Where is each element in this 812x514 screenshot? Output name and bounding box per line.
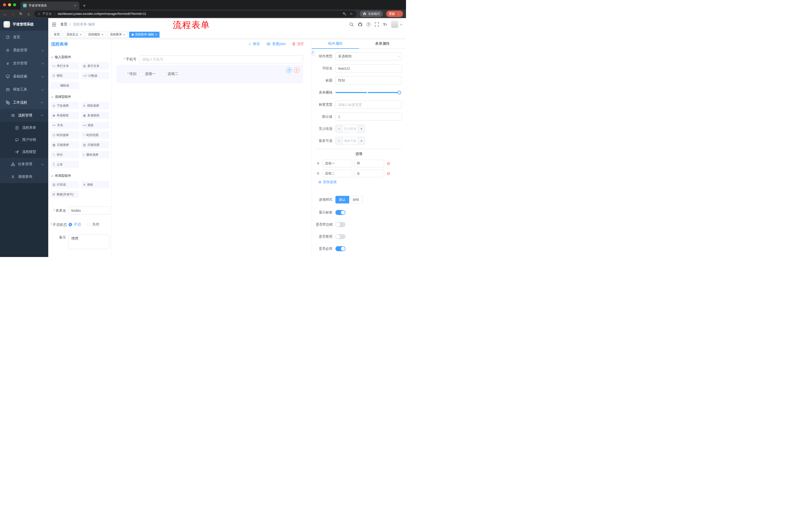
slider-track[interactable] bbox=[336, 92, 402, 93]
sidebar-logo[interactable]: 芋道管理系统 bbox=[0, 18, 48, 31]
form-name-input[interactable] bbox=[68, 207, 109, 215]
github-icon[interactable] bbox=[358, 22, 362, 27]
component-password[interactable]: ⊡ 密码 bbox=[51, 72, 79, 79]
status-radio-on[interactable]: 开启 bbox=[68, 222, 81, 227]
form-canvas[interactable]: 手机号 性别 bbox=[112, 49, 312, 257]
form-remark-textarea[interactable]: 嘿嘿 bbox=[68, 235, 109, 249]
gender-option-1-checkbox[interactable]: 选项一 bbox=[140, 72, 155, 76]
url-text[interactable]: dashboard.yudao.iocoder.cn/bpm/manager/f… bbox=[58, 12, 146, 16]
bookmark-star-icon[interactable]: ☆ bbox=[349, 11, 353, 16]
option-2-label-input[interactable] bbox=[322, 170, 352, 177]
sidebar-item-system[interactable]: 系统管理 bbox=[0, 44, 48, 57]
security-label[interactable]: 不安全 bbox=[42, 12, 52, 16]
view-json-button[interactable]: 查看json bbox=[266, 42, 286, 46]
component-time-picker[interactable]: ◷ 时间选择 bbox=[51, 132, 79, 139]
add-option-button[interactable]: ⊕ 添加选项 bbox=[318, 180, 402, 184]
required-switch[interactable] bbox=[336, 246, 345, 251]
default-value-input[interactable] bbox=[336, 113, 402, 121]
border-switch[interactable] bbox=[336, 222, 345, 227]
form-grid-slider[interactable] bbox=[336, 88, 402, 97]
omnibox[interactable]: ⚠ 不安全 | dashboard.yudao.iocoder.cn/bpm/m… bbox=[34, 10, 356, 17]
avatar[interactable] bbox=[391, 21, 398, 28]
breadcrumb-home[interactable]: 首页 bbox=[60, 22, 67, 27]
tag-process-form[interactable]: 流程表单 × bbox=[107, 32, 127, 38]
component-textarea[interactable]: ▤ 多行文本 bbox=[81, 62, 110, 70]
tag-close-icon[interactable]: × bbox=[80, 33, 82, 36]
delete-field-button[interactable] bbox=[294, 67, 299, 73]
sidebar-item-leave-query[interactable]: 请假查询 bbox=[0, 170, 48, 183]
component-single-line-text[interactable]: ▭ 单行文本 bbox=[51, 62, 79, 70]
search-icon[interactable] bbox=[349, 22, 354, 27]
component-cascader[interactable]: ⋔ 级联选择 bbox=[81, 102, 110, 109]
hamburger-icon[interactable] bbox=[52, 23, 56, 26]
style-button-button[interactable]: 按钮 bbox=[349, 196, 363, 204]
component-table[interactable]: ⊞ 表格[开发中] bbox=[51, 191, 79, 198]
sidebar-item-user-group[interactable]: 用户分组 bbox=[0, 134, 48, 146]
component-editor[interactable]: 编辑器 bbox=[51, 82, 79, 89]
browser-menu-kebab-icon[interactable]: ⋮ bbox=[397, 12, 401, 16]
sidebar-item-workflow[interactable]: 工作流程 bbox=[0, 96, 48, 109]
style-default-button[interactable]: 默认 bbox=[336, 196, 349, 204]
sidebar-item-process-form[interactable]: 流程表单 bbox=[0, 122, 48, 134]
field-name-input[interactable] bbox=[336, 64, 402, 73]
clear-button[interactable]: 清空 bbox=[292, 42, 304, 46]
sidebar-item-process-model[interactable]: 流程模型 bbox=[0, 146, 48, 158]
min-select-input[interactable] bbox=[343, 125, 358, 133]
home-icon[interactable]: ⌂ bbox=[26, 12, 31, 16]
save-button[interactable]: ✓ 保存 bbox=[249, 42, 260, 46]
component-select[interactable]: ◎ 下拉选择 bbox=[51, 102, 79, 109]
password-key-icon[interactable] bbox=[343, 12, 346, 16]
sidebar-item-process-management[interactable]: 流程管理 bbox=[0, 109, 48, 122]
font-size-icon[interactable]: TT bbox=[383, 22, 387, 27]
gender-option-2-checkbox[interactable]: 选项二 bbox=[162, 72, 178, 76]
fullscreen-icon[interactable] bbox=[375, 22, 379, 26]
remove-option-icon[interactable]: ⊖ bbox=[387, 161, 390, 166]
component-switch[interactable]: ⊶ 开关 bbox=[51, 122, 79, 129]
canvas-field-phone[interactable]: 手机号 bbox=[116, 55, 303, 63]
tag-close-icon[interactable]: × bbox=[155, 33, 157, 36]
sidebar-item-infrastructure[interactable]: 基础设施 bbox=[0, 70, 48, 83]
show-label-switch[interactable] bbox=[336, 210, 345, 215]
sidebar-item-task-management[interactable]: 任务管理 bbox=[0, 158, 48, 170]
back-icon[interactable]: ← bbox=[3, 12, 7, 16]
component-upload[interactable]: ↥ 上传 bbox=[51, 161, 79, 168]
phone-field-input[interactable] bbox=[140, 55, 303, 63]
browser-update-button[interactable]: 更新 ⋮ bbox=[386, 10, 403, 17]
forward-icon[interactable]: → bbox=[11, 12, 15, 16]
reload-icon[interactable]: ↻ bbox=[19, 11, 23, 16]
component-counter[interactable]: 123 计数器 bbox=[81, 72, 110, 79]
component-color-picker[interactable]: ◐ 颜色选择 bbox=[81, 151, 110, 158]
new-tab-button[interactable]: + bbox=[83, 3, 86, 8]
component-date-range[interactable]: ▧ 日期范围 bbox=[81, 141, 110, 148]
component-radio-group[interactable]: ◉ 单选框组 bbox=[51, 112, 79, 119]
option-1-value-input[interactable] bbox=[354, 160, 384, 167]
window-close-button[interactable] bbox=[3, 3, 6, 6]
link-icon[interactable] bbox=[312, 50, 315, 55]
sidebar-item-payment[interactable]: ¥ 支付管理 bbox=[0, 57, 48, 70]
status-radio-off[interactable]: 关闭 bbox=[87, 222, 99, 227]
max-select-input[interactable] bbox=[343, 137, 358, 144]
component-slider[interactable]: ⊷ 滑块 bbox=[81, 122, 110, 129]
title-input[interactable] bbox=[336, 77, 402, 84]
window-minimize-button[interactable] bbox=[8, 3, 11, 6]
slider-handle[interactable] bbox=[398, 91, 401, 94]
disabled-switch[interactable] bbox=[336, 234, 345, 239]
window-zoom-button[interactable] bbox=[13, 3, 16, 6]
tab-component-props[interactable]: 组件属性 bbox=[312, 39, 359, 49]
tag-close-icon[interactable]: × bbox=[123, 33, 125, 36]
drag-handle-icon[interactable]: ≡ bbox=[316, 171, 320, 176]
component-time-range[interactable]: ◔ 时间范围 bbox=[81, 132, 110, 139]
stepper-decrease-button[interactable]: − bbox=[336, 125, 343, 133]
avatar-caret-icon[interactable] bbox=[400, 23, 402, 25]
stepper-increase-button[interactable]: + bbox=[358, 125, 365, 133]
component-row-container[interactable]: ▥ 行容器 bbox=[51, 181, 79, 188]
tag-close-icon[interactable]: × bbox=[102, 33, 104, 36]
drag-handle-icon[interactable]: ≡ bbox=[316, 161, 320, 166]
tag-home[interactable]: 首页 bbox=[51, 32, 62, 38]
canvas-field-gender-selected[interactable]: 性别 选项一 选项二 bbox=[116, 65, 303, 83]
remove-option-icon[interactable]: ⊖ bbox=[387, 171, 390, 176]
copy-field-button[interactable] bbox=[286, 67, 292, 73]
tag-process-form-edit[interactable]: 流程表单-编辑 × bbox=[129, 32, 160, 38]
component-button[interactable]: ⊛ 按钮 bbox=[81, 181, 110, 188]
tab-close-icon[interactable]: × bbox=[74, 3, 77, 7]
